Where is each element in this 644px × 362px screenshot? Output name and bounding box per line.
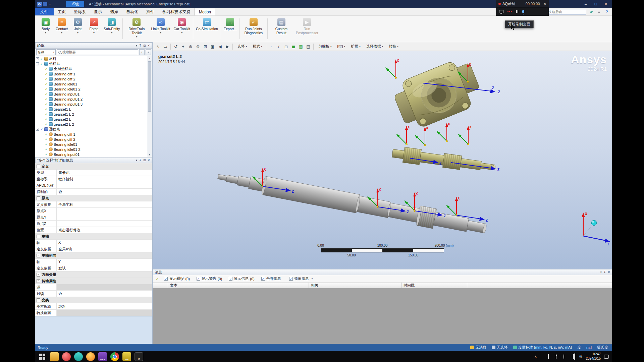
main-shaft-model[interactable] (216, 167, 488, 239)
details-panel-header[interactable]: "多个选择"的详细信息 ▾ ↧ ⊡ ✕ (35, 157, 152, 163)
detail-value[interactable]: 否 (57, 291, 152, 297)
panel-pin-icon[interactable]: ↧ (139, 159, 142, 162)
panel-float-icon[interactable]: ⊡ (143, 159, 146, 162)
filter-checkbox[interactable] (229, 277, 232, 281)
recorder-close-icon[interactable]: ✕ (544, 2, 546, 6)
quick-save-icon[interactable] (43, 2, 47, 6)
ribbon-tab[interactable]: 主页 (54, 8, 70, 15)
counter-shaft-model[interactable] (391, 145, 496, 175)
quick-access-caret-icon[interactable]: ▾ (49, 3, 51, 6)
ribbon-button[interactable]: ▶ Run Postprocessor (294, 16, 320, 41)
face-filter-icon[interactable]: ◻ (283, 43, 289, 50)
ribbon-button[interactable]: ◉ Car Toolkit ▾ (172, 16, 192, 41)
message-column-header[interactable]: 文本 (168, 283, 309, 288)
chrome-icon[interactable] (110, 352, 119, 361)
file-explorer-icon[interactable] (50, 352, 59, 361)
recorder-app-icon[interactable] (62, 352, 71, 361)
next-view-icon[interactable]: ▶ (224, 43, 231, 50)
tree-item[interactable]: Bearing input01 (36, 92, 147, 97)
help-icon[interactable]: ? (604, 9, 609, 14)
detail-value[interactable]: 默认 (57, 265, 152, 271)
volume-icon[interactable] (571, 355, 576, 358)
message-filter[interactable]: 显示警告 (0) (197, 276, 223, 281)
tree-item[interactable]: Bearing idle01 2 (36, 147, 147, 152)
options-icon[interactable]: ≡ (596, 9, 602, 14)
ribbon-tab[interactable]: Motion (195, 8, 215, 15)
ribbon-button[interactable]: ⇄ Co-Simulation (194, 16, 220, 41)
tree-item[interactable]: Bearing diff 1 (36, 132, 147, 137)
status-item[interactable]: 度 (577, 345, 581, 350)
search-options-button[interactable]: ▾ (139, 49, 145, 55)
panel-pin-icon[interactable]: ↧ (139, 44, 142, 47)
detail-value[interactable] (57, 208, 152, 214)
status-item[interactable]: 摄氏度 (597, 345, 608, 350)
ribbon-button[interactable]: ⚙ DriveTrain Toolkit ▾ (124, 16, 149, 41)
extend-dropdown[interactable]: 扩展 (348, 43, 363, 50)
close-button[interactable]: ✕ (601, 0, 611, 8)
detail-value[interactable]: 程序控制 (57, 176, 152, 182)
outline-search-input[interactable] (62, 50, 137, 54)
edge-filter-icon[interactable]: / (275, 43, 282, 50)
message-column-header[interactable] (153, 283, 168, 288)
panel-pin-icon[interactable]: ↧ (603, 270, 606, 274)
license-status-icon[interactable]: ⟳ (589, 9, 594, 14)
ribbon-button[interactable] (239, 18, 240, 39)
status-item[interactable]: 度量标准 (mm, kg, N, s, mV, mA) (513, 345, 572, 350)
ribbon-button[interactable] (267, 18, 268, 39)
wb-app-icon[interactable]: WB (122, 352, 131, 361)
ribbon-button[interactable] (221, 18, 221, 39)
recorder-mic-icon[interactable] (522, 10, 524, 13)
outline-search-box[interactable] (57, 49, 138, 55)
panel-caret-icon[interactable]: ▾ (136, 159, 138, 162)
ribbon-button[interactable]: ≡ Contact ▾ (54, 16, 70, 41)
outline-scrollbar[interactable]: ▲ ▼ (147, 56, 152, 157)
ribbon-button[interactable]: ◨ Sub-Entity ▾ (102, 16, 121, 41)
message-column-header[interactable]: 时间戳 (401, 283, 467, 288)
network-icon[interactable] (564, 355, 568, 358)
recorder-title-bar[interactable]: AQ录制 00:00:00 ✕ (496, 0, 549, 7)
ribbon-button[interactable]: ↗ Force ▾ (86, 16, 102, 41)
rotate-view-icon[interactable]: ↺ (172, 43, 179, 50)
ribbon-tab[interactable]: 坐标系 (70, 8, 90, 15)
select-mode-icon[interactable]: ↖ (155, 43, 161, 50)
tree-item[interactable]: gearset2 L 2 (36, 122, 147, 127)
tree-item[interactable]: gearset1 L (36, 107, 147, 112)
detail-value[interactable]: Y (57, 259, 152, 265)
vertex-filter-icon[interactable]: · (268, 43, 275, 50)
select-dropdown[interactable]: 选择 (234, 43, 249, 50)
scroll-up-icon[interactable]: ▲ (147, 56, 152, 61)
tree-item[interactable]: Bearing input01 (36, 152, 147, 157)
3d-viewport[interactable]: X Z (153, 51, 612, 269)
detail-value[interactable] (57, 284, 152, 290)
message-filter[interactable]: 显示错误 (0) (164, 276, 191, 281)
tree-item[interactable]: 全局坐标系 (36, 66, 147, 71)
status-item[interactable]: 无消息 (470, 345, 486, 350)
tree-expander-icon[interactable]: + (36, 57, 39, 60)
firefox-icon[interactable] (86, 352, 95, 361)
tree-item[interactable]: gearset1 L 2 (36, 112, 147, 117)
tree-expander-icon[interactable]: - (36, 62, 39, 65)
zoom-box-icon[interactable]: ▣ (209, 43, 216, 50)
box-select-icon[interactable]: ▭ (162, 43, 169, 50)
tree-item[interactable]: gearset2 L (36, 117, 147, 122)
meeting-app-icon[interactable] (74, 352, 83, 361)
action-center-icon[interactable] (604, 355, 609, 359)
tree-item[interactable]: - 远程点 (36, 127, 147, 132)
context-tab-environment[interactable]: 环境 (66, 1, 84, 7)
detail-value[interactable] (57, 182, 152, 188)
panel-caret-icon[interactable]: ▾ (600, 270, 602, 274)
filter-checkbox[interactable] (261, 277, 265, 281)
panel-close-icon[interactable]: ✕ (147, 44, 150, 47)
tree-item[interactable]: - 坐标系 (36, 61, 147, 66)
tree-item[interactable]: Bearing input01 2 (36, 97, 147, 102)
record-options-icon[interactable] (507, 11, 512, 12)
tree-expander-icon[interactable]: - (36, 128, 39, 131)
differential-housing-model[interactable] (390, 55, 485, 133)
detail-value[interactable]: 全局X轴 (57, 246, 152, 252)
message-table-body[interactable] (153, 288, 612, 344)
message-filter[interactable]: 合并消息 (261, 276, 284, 281)
detail-value[interactable] (57, 214, 152, 220)
panel-close-icon[interactable]: ✕ (147, 159, 150, 162)
mic-tray-icon[interactable] (540, 355, 545, 358)
tree-item[interactable]: Bearing diff 2 (36, 76, 147, 81)
